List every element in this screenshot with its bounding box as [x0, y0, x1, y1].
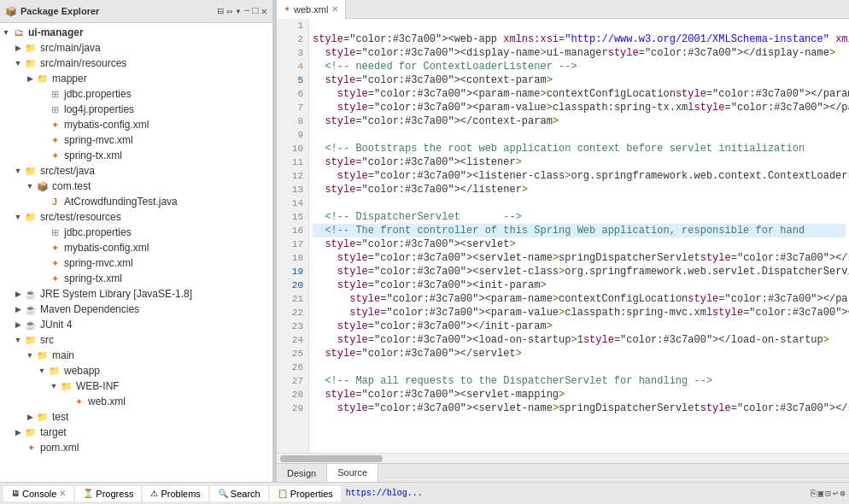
tree-arrow[interactable]: ▶	[12, 320, 24, 329]
tree-arrow[interactable]: ▼	[12, 336, 24, 344]
action-icon-4[interactable]: ↩	[833, 488, 839, 499]
code-line[interactable]: style="color:#3c7a00"><param-name>contex…	[313, 292, 846, 306]
tree-item-spring-tx.xml[interactable]: ✦ spring-tx.xml	[0, 148, 272, 163]
code-line[interactable]: style="color:#3c7a00"></context-param>	[313, 114, 846, 128]
tree-item-log4j.properties[interactable]: ⊞ log4j.properties	[0, 102, 272, 117]
panel-title: 📦 Package Explorer	[5, 6, 99, 17]
close-console-icon[interactable]: ✕	[59, 489, 66, 498]
tree-item-test[interactable]: ▶ 📁 test	[0, 409, 272, 425]
tree-item-mapper[interactable]: ▶ 📁 mapper	[0, 71, 272, 86]
code-line[interactable]: style="color:#3c7a00"><init-param>	[313, 278, 846, 292]
code-line[interactable]: style="color:#3c7a00"><param-value>class…	[313, 306, 846, 319]
code-line[interactable]: style="color:#3c7a00"><servlet>	[313, 237, 846, 251]
tree-item-jdbc.properties[interactable]: ⊞ jdbc.properties	[0, 86, 272, 102]
tree-item-src-main-resources[interactable]: ▼ 📁 src/main/resources	[0, 56, 272, 71]
tree-item-mybatis-config.xml[interactable]: ✦ mybatis-config.xml	[0, 117, 272, 132]
code-line[interactable]	[313, 19, 846, 32]
web-xml-tab[interactable]: ✦ web.xml ✕	[277, 0, 346, 19]
progress-tab[interactable]: ⏳ Progress	[75, 486, 141, 501]
node-label: AtCrowdfundingTest.java	[64, 196, 178, 208]
source-tab[interactable]: Source	[327, 464, 378, 483]
tree-arrow[interactable]: ▶	[12, 44, 24, 52]
code-line[interactable]: style="color:#3c7a00"></listener>	[313, 183, 846, 196]
code-line[interactable]: style="color:#3c7a00"><servlet-name>spri…	[313, 401, 846, 415]
tree-item-jdbc.properties2[interactable]: ⊞ jdbc.properties	[0, 225, 272, 240]
tree-item-spring-tx2.xml[interactable]: ✦ spring-tx.xml	[0, 271, 272, 286]
close-panel-icon[interactable]: ✕	[261, 5, 267, 18]
tree-item-AtCrowdfundingTest.java[interactable]: J AtCrowdfundingTest.java	[0, 194, 272, 209]
code-line[interactable]: style="color:#3c7a00"><context-param>	[313, 73, 846, 87]
code-line[interactable]	[313, 360, 846, 374]
tree-item-target[interactable]: ▶ 📁 target	[0, 425, 272, 440]
tree-item-com.test[interactable]: ▼ 📦 com.test	[0, 179, 272, 194]
action-icon-2[interactable]: ▣	[818, 488, 824, 499]
tree-arrow[interactable]: ▶	[12, 428, 24, 437]
code-line[interactable]: <!-- needed for ContextLoaderListener --…	[313, 60, 846, 73]
code-line[interactable]	[313, 128, 846, 142]
code-line[interactable]: style="color:#3c7a00"><param-name>contex…	[313, 87, 846, 101]
tree-item-src-main-java[interactable]: ▶ 📁 src/main/java	[0, 40, 272, 56]
tree-item-main[interactable]: ▼ 📁 main	[0, 348, 272, 363]
tree-item-spring-mvc2.xml[interactable]: ✦ spring-mvc.xml	[0, 255, 272, 271]
collapse-icon[interactable]: ⊟	[218, 5, 224, 18]
search-tab[interactable]: 🔍 Search	[210, 486, 268, 501]
code-line[interactable]: style="color:#3c7a00"><web-app xmlns:xsi…	[313, 32, 846, 46]
code-line[interactable]: <!-- DispatcherServlet -->	[313, 210, 846, 224]
tree-arrow[interactable]: ▼	[12, 59, 24, 67]
tree-arrow[interactable]: ▼	[36, 366, 48, 375]
tree-item-src-test-java[interactable]: ▼ 📁 src/test/java	[0, 163, 272, 179]
tree-item-pom.xml[interactable]: ✦ pom.xml	[0, 440, 272, 455]
properties-tab[interactable]: 📋 Properties	[270, 486, 341, 501]
minimize-icon[interactable]: −	[243, 5, 249, 17]
tree-arrow[interactable]: ▼	[0, 28, 12, 37]
action-icon-3[interactable]: ⊡	[825, 488, 831, 499]
code-line[interactable]: style="color:#3c7a00"><listener-class>or…	[313, 169, 846, 183]
code-line[interactable]: <!-- Bootstraps the root web application…	[313, 142, 846, 155]
code-line[interactable]: style="color:#3c7a00"><listener>	[313, 155, 846, 169]
code-line[interactable]: style="color:#3c7a00"></init-param>	[313, 319, 846, 333]
tree-arrow[interactable]: ▶	[12, 290, 24, 298]
code-line[interactable]: style="color:#3c7a00"><param-value>class…	[313, 101, 846, 114]
tree-item-spring-mvc.xml[interactable]: ✦ spring-mvc.xml	[0, 132, 272, 148]
tree-item-webapp[interactable]: ▼ 📁 webapp	[0, 363, 272, 378]
link-with-editor-icon[interactable]: ⇔	[226, 5, 232, 18]
code-content[interactable]: style="color:#3c7a00"><web-app xmlns:xsi…	[309, 19, 849, 453]
tree-item-mybatis-config2.xml[interactable]: ✦ mybatis-config.xml	[0, 240, 272, 255]
tree-arrow[interactable]: ▶	[24, 74, 36, 83]
tree-item-jre-library[interactable]: ▶ ☕ JRE System Library [JavaSE-1.8]	[0, 286, 272, 302]
code-line[interactable]: <!-- Map all requests to the DispatcherS…	[313, 374, 846, 388]
tree-arrow[interactable]: ▶	[24, 413, 36, 421]
design-tab[interactable]: Design	[277, 464, 327, 483]
code-line[interactable]: style="color:#3c7a00"></servlet>	[313, 347, 846, 360]
horizontal-scrollbar[interactable]	[277, 453, 849, 463]
tree-item-src[interactable]: ▼ 📁 src	[0, 332, 272, 348]
console-tab[interactable]: 🖥 Console ✕	[3, 486, 73, 501]
tree-arrow[interactable]: ▼	[12, 167, 24, 175]
tree-arrow[interactable]: ▼	[48, 382, 60, 390]
tree-arrow[interactable]: ▶	[12, 305, 24, 314]
tree-item-src-test-resources[interactable]: ▼ 📁 src/test/resources	[0, 209, 272, 225]
close-tab-button[interactable]: ✕	[331, 4, 338, 14]
view-menu-icon[interactable]: ▾	[235, 5, 241, 18]
code-line[interactable]: style="color:#3c7a00"><load-on-startup>1…	[313, 333, 846, 347]
action-icon-1[interactable]: ⎘	[811, 489, 817, 499]
code-line[interactable]: style="color:#3c7a00"><display-name>ui-m…	[313, 46, 846, 60]
tree-item-WEB-INF[interactable]: ▼ 📁 WEB-INF	[0, 378, 272, 394]
code-editor[interactable]: 1234567891011121314151617181920212223242…	[277, 19, 849, 453]
action-icon-5[interactable]: ⊗	[840, 488, 846, 499]
code-line[interactable]: style="color:#3c7a00"><servlet-class>org…	[313, 265, 846, 278]
tree-arrow[interactable]: ▼	[12, 213, 24, 221]
tree-arrow[interactable]: ▼	[24, 182, 36, 190]
tree-item-maven-deps[interactable]: ▶ ☕ Maven Dependencies	[0, 302, 272, 317]
tree-item-ui-manager[interactable]: ▼ 🗂 ui-manager	[0, 25, 272, 40]
problems-tab[interactable]: ⚠ Problems	[143, 486, 208, 501]
code-line[interactable]: <!-- The front controller of this Spring…	[313, 224, 846, 237]
code-line[interactable]: style="color:#3c7a00"><servlet-mapping>	[313, 388, 846, 401]
code-line[interactable]	[313, 196, 846, 210]
tree-arrow[interactable]: ▼	[24, 351, 36, 360]
tree-item-web.xml[interactable]: ✦ web.xml	[0, 394, 272, 409]
maximize-icon[interactable]: □	[253, 5, 259, 17]
code-line[interactable]: style="color:#3c7a00"><servlet-name>spri…	[313, 251, 846, 265]
tree-item-junit[interactable]: ▶ ☕ JUnit 4	[0, 317, 272, 332]
scrollbar-thumb[interactable]	[280, 455, 383, 462]
